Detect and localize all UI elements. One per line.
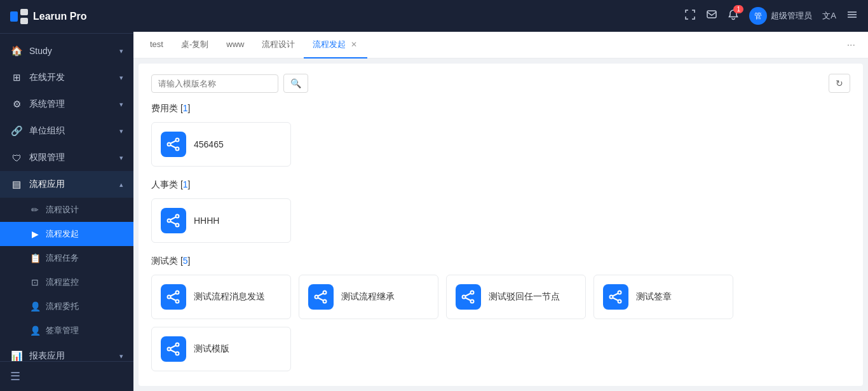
list-item[interactable]: HHHH [151,198,291,243]
sidebar-item-label: 单位组织 [29,125,119,137]
sidebar-item-flow-delegate[interactable]: 👤 流程委托 [0,294,133,319]
tab-www[interactable]: www [217,32,253,58]
svg-line-11 [171,146,176,148]
sidebar-item-sign-mgmt[interactable]: 👤 签章管理 [0,319,133,343]
svg-point-12 [176,215,179,218]
grid-icon: ⊞ [10,71,23,84]
svg-line-26 [318,298,323,301]
user-menu[interactable]: 管 超级管理员 [749,7,812,25]
workflow-icon: ▤ [10,178,23,191]
list-item[interactable]: 测试流程消息发送 [151,275,291,319]
svg-point-23 [315,296,318,299]
category-test: 测试类 [5] 测试流程消息发送 [151,256,850,371]
sidebar-sub-label: 流程委托 [46,301,79,312]
sidebar: Learun Pro 🏠 Study ▾ ⊞ 在线开发 ▾ ⚙ 系统管理 ▾ 🔗… [0,0,133,391]
org-icon: 🔗 [10,125,23,137]
tab-bar: test 桌-复制 www 流程设计 流程发起 ✕ ··· [133,32,868,58]
message-icon[interactable] [706,9,717,24]
category-title-cost: 费用类 [1] [151,103,850,114]
sidebar-item-perms[interactable]: 🛡 权限管理 ▾ [0,144,133,171]
tab-flow-design[interactable]: 流程设计 [253,32,304,58]
sidebar-sub-label: 流程任务 [46,252,79,264]
monitor-icon: ⊡ [29,277,41,288]
sidebar-item-workflow[interactable]: ▤ 流程应用 ▴ [0,171,133,198]
chevron-down-icon: ▾ [119,154,123,162]
settings-icon: ⚙ [10,98,23,111]
search-button[interactable]: 🔍 [283,74,308,93]
tab-flow-launch[interactable]: 流程发起 ✕ [304,32,367,58]
svg-point-17 [176,291,179,294]
content-area: 🔍 ↻ 费用类 [1] [139,64,863,386]
svg-point-22 [323,291,327,294]
svg-line-16 [171,222,176,224]
svg-line-30 [466,294,471,296]
list-item[interactable]: 测试驳回任一节点 [446,275,586,319]
sidebar-sub-label: 流程监控 [46,277,79,288]
refresh-button[interactable]: ↻ [829,74,850,93]
list-item[interactable]: 456465 [151,122,291,167]
topbar: 1 管 超级管理员 文A [133,0,868,32]
sidebar-item-sys-mgmt[interactable]: ⚙ 系统管理 ▾ [0,91,133,118]
svg-point-8 [168,143,171,146]
svg-point-9 [176,147,179,151]
username: 超级管理员 [771,10,812,22]
sidebar-item-report[interactable]: 📊 报表应用 ▾ [0,343,133,361]
tab-desk-copy[interactable]: 桌-复制 [172,32,217,58]
home-icon: 🏠 [10,45,23,57]
list-item[interactable]: 测试流程继承 [299,275,438,319]
svg-line-25 [318,294,323,296]
sidebar-item-flow-design[interactable]: ✏ 流程设计 [0,198,133,222]
chevron-down-icon: ▾ [119,47,123,55]
sidebar-item-label: 系统管理 [29,99,119,110]
search-bar: 🔍 ↻ [151,74,850,93]
category-title-hr: 人事类 [1] [151,179,850,191]
notification-icon[interactable]: 1 [728,9,739,24]
sidebar-item-org[interactable]: 🔗 单位组织 ▾ [0,118,133,144]
svg-rect-3 [707,11,716,18]
sidebar-collapse-button[interactable]: ☰ [0,361,133,391]
svg-point-13 [168,219,171,223]
svg-point-19 [176,300,179,303]
process-grid-hr: HHHH [151,198,850,243]
sidebar-sub-label: 签章管理 [46,325,79,336]
app-name: Learun Pro [33,11,86,22]
svg-point-7 [176,139,179,142]
sidebar-item-flow-task[interactable]: 📋 流程任务 [0,246,133,270]
share-icon [161,336,186,362]
svg-point-29 [471,300,474,303]
report-icon: 📊 [10,350,23,361]
tab-more-button[interactable]: ··· [842,37,860,53]
svg-line-35 [613,294,618,296]
list-item[interactable]: 测试签章 [593,275,733,319]
pen-icon: ✏ [29,204,41,216]
process-grid-test: 测试流程消息发送 测试流程继承 [151,275,850,371]
task-icon: 📋 [29,252,41,264]
expand-icon[interactable] [684,9,696,24]
svg-point-34 [618,300,621,303]
sidebar-sub-label: 流程设计 [46,204,79,216]
svg-rect-2 [20,18,28,24]
svg-line-20 [171,294,176,296]
search-input[interactable] [151,74,278,93]
tab-test[interactable]: test [141,32,172,58]
svg-point-32 [618,291,621,294]
avatar: 管 [749,7,767,25]
sidebar-sub-label: 流程发起 [46,228,79,240]
chevron-down-icon: ▾ [119,127,123,135]
menu-icon[interactable] [846,9,858,24]
sidebar-item-flow-monitor[interactable]: ⊡ 流程监控 [0,270,133,294]
lang-icon[interactable]: 文A [822,10,836,22]
svg-point-38 [168,348,171,351]
sidebar-item-study[interactable]: 🏠 Study ▾ [0,38,133,64]
tab-close-button[interactable]: ✕ [349,39,358,50]
share-icon [161,208,186,233]
svg-point-27 [471,291,474,294]
sidebar-item-label: 报表应用 [29,350,119,361]
list-item[interactable]: 测试模版 [151,327,291,371]
sidebar-item-flow-launch[interactable]: ▶ 流程发起 [0,222,133,246]
sidebar-item-online-dev[interactable]: ⊞ 在线开发 ▾ [0,64,133,91]
delegate-icon: 👤 [29,301,41,312]
share-icon [161,284,186,310]
svg-line-40 [171,346,176,348]
sign-icon: 👤 [29,325,41,336]
